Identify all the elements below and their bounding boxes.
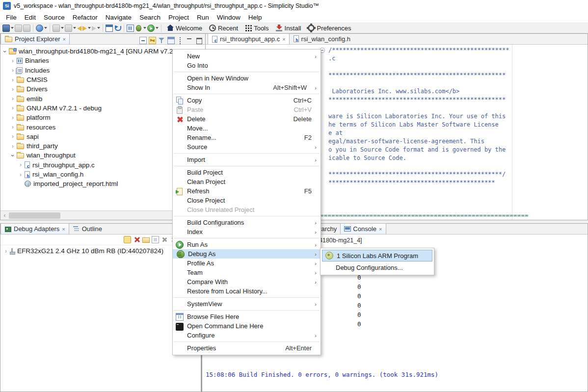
tools-button[interactable]: Tools <box>245 25 268 32</box>
chevron-right-icon[interactable]: › <box>9 67 16 74</box>
menu-item-run-as[interactable]: Run As› <box>173 240 321 249</box>
menu-item-copy[interactable]: CopyCtrl+C <box>173 96 321 105</box>
menu-item-debug-as[interactable]: Debug As› <box>173 249 321 259</box>
run-toolbar-button[interactable] <box>147 24 159 32</box>
menu-project[interactable]: Project <box>164 12 193 23</box>
maximize-icon[interactable] <box>195 37 203 44</box>
rename-icon[interactable] <box>152 236 159 243</box>
tab-rsi-throughput-app[interactable]: rsi_throughput_app.c × <box>208 33 290 44</box>
submenu-item-silicon-labs-arm-program[interactable]: 1 Silicon Labs ARM Program <box>322 250 432 261</box>
tab-console[interactable]: Console × <box>340 223 386 234</box>
chevron-right-icon[interactable]: › <box>9 57 16 64</box>
forward-button[interactable] <box>82 24 91 32</box>
menu-item-build-project[interactable]: Build Project <box>173 168 321 177</box>
menu-item-show-in[interactable]: Show InAlt+Shift+W› <box>173 83 321 92</box>
chevron-right-icon[interactable]: › <box>9 86 16 93</box>
new-wizard-button[interactable] <box>2 24 14 32</box>
build-button[interactable] <box>36 24 47 32</box>
recent-button[interactable]: Recent <box>209 25 238 32</box>
new-group-icon[interactable] <box>142 237 150 243</box>
chevron-down-icon[interactable]: › <box>9 152 16 159</box>
menu-item-close-unrelated-project[interactable]: Close Unrelated Project <box>173 205 321 214</box>
welcome-button[interactable]: Welcome <box>167 25 202 32</box>
menu-edit[interactable]: Edit <box>21 12 40 23</box>
menu-item-team[interactable]: Team› <box>173 268 321 277</box>
menu-file[interactable]: File <box>2 12 21 23</box>
chevron-right-icon[interactable]: › <box>2 248 9 255</box>
back-button[interactable] <box>77 24 81 32</box>
view-menu-icon[interactable] <box>177 37 184 44</box>
menu-run[interactable]: Run <box>193 12 213 23</box>
filter-icon[interactable] <box>158 37 165 44</box>
menu-item-open-in-new-window[interactable]: Open in New Window <box>173 74 321 83</box>
device-button[interactable] <box>127 24 134 32</box>
close-icon[interactable]: × <box>282 36 285 42</box>
chevron-right-icon[interactable]: › <box>9 133 16 140</box>
save-all-button[interactable] <box>23 24 30 32</box>
install-button[interactable]: Install <box>276 25 301 32</box>
menu-item-configure[interactable]: Configure› <box>173 331 321 340</box>
menu-item-move[interactable]: Move... <box>173 124 321 133</box>
debug-toolbar-button[interactable] <box>135 24 146 32</box>
open-perspective-button[interactable] <box>106 24 113 32</box>
collapse-all-icon[interactable] <box>139 37 147 44</box>
menu-item-index[interactable]: Index› <box>173 227 321 236</box>
scroll-left-icon[interactable]: ‹ <box>0 212 9 219</box>
menu-help[interactable]: Help <box>244 12 266 23</box>
chevron-right-icon[interactable]: › <box>9 124 16 131</box>
chevron-right-icon[interactable]: › <box>9 143 16 150</box>
menu-item-delete[interactable]: DeleteDelete <box>173 114 321 124</box>
focus-view-icon[interactable] <box>167 37 175 44</box>
next-annotation-button[interactable] <box>92 24 100 32</box>
chevron-right-icon[interactable]: › <box>9 77 16 83</box>
chevron-right-icon[interactable]: › <box>9 105 16 111</box>
connect-icon[interactable] <box>124 236 131 243</box>
minimize-icon[interactable] <box>186 37 193 44</box>
chevron-down-icon[interactable]: › <box>1 48 8 55</box>
remove-icon[interactable] <box>161 236 168 243</box>
menu-refactor[interactable]: Refactor <box>69 12 102 23</box>
chevron-right-icon[interactable]: › <box>9 114 16 121</box>
chevron-right-icon[interactable]: › <box>9 95 16 102</box>
debug-adapter-row[interactable]: › EFR32xG21 2.4 GHz 10 dBm RB (ID:440207… <box>0 247 163 255</box>
menu-search[interactable]: Search <box>135 12 164 23</box>
menu-item-browse-files-here[interactable]: Browse Files Here <box>173 312 321 321</box>
menu-item-go-into[interactable]: Go Into <box>173 61 321 70</box>
reset-button[interactable] <box>114 24 121 32</box>
chevron-right-icon[interactable]: › <box>17 171 24 178</box>
tab-rsi-wlan-config[interactable]: rsi_wlan_config.h <box>290 33 354 44</box>
menu-item-refresh[interactable]: RefreshF5 <box>173 186 321 196</box>
menu-item-rename[interactable]: Rename...F2 <box>173 133 321 142</box>
menu-item-clean-project[interactable]: Clean Project <box>173 177 321 186</box>
save-button[interactable] <box>15 24 22 32</box>
close-icon[interactable]: × <box>62 226 65 232</box>
menu-item-build-configurations[interactable]: Build Configurations› <box>173 218 321 227</box>
disconnect-icon[interactable] <box>133 236 140 243</box>
tab-project-explorer[interactable]: Project Explorer × <box>0 33 70 44</box>
menu-item-new[interactable]: New› <box>173 52 321 61</box>
menu-item-source[interactable]: Source› <box>173 142 321 152</box>
link-with-editor-icon[interactable] <box>149 37 156 44</box>
menu-item-paste[interactable]: PasteCtrl+V <box>173 105 321 114</box>
scrollbar-thumb[interactable] <box>9 212 60 219</box>
step-button[interactable] <box>53 24 64 32</box>
close-icon[interactable]: × <box>379 226 382 232</box>
menu-item-open-command-line-here[interactable]: Open Command Line Here <box>173 321 321 331</box>
preferences-button[interactable]: Preferences <box>308 25 351 32</box>
submenu-item-debug-configurations[interactable]: Debug Configurations... <box>322 261 432 273</box>
menu-item-systemview[interactable]: SystemView› <box>173 299 321 309</box>
menu-item-compare-with[interactable]: Compare With› <box>173 277 321 287</box>
menu-item-restore-from-local-history[interactable]: Restore from Local History... <box>173 287 321 296</box>
tab-outline[interactable]: Outline <box>69 223 106 234</box>
step-over-button[interactable] <box>65 24 76 32</box>
chevron-right-icon[interactable]: › <box>17 161 24 168</box>
menu-item-profile-as[interactable]: Profile As› <box>173 259 321 268</box>
menu-navigate[interactable]: Navigate <box>102 12 135 23</box>
menu-item-import[interactable]: Import› <box>173 155 321 164</box>
close-icon[interactable]: × <box>62 36 65 42</box>
menu-item-properties[interactable]: PropertiesAlt+Enter <box>173 343 321 353</box>
tab-debug-adapters[interactable]: Debug Adapters × <box>0 223 69 234</box>
menu-window[interactable]: Window <box>213 12 244 23</box>
menu-item-close-project[interactable]: Close Project <box>173 196 321 205</box>
menu-source[interactable]: Source <box>40 12 69 23</box>
